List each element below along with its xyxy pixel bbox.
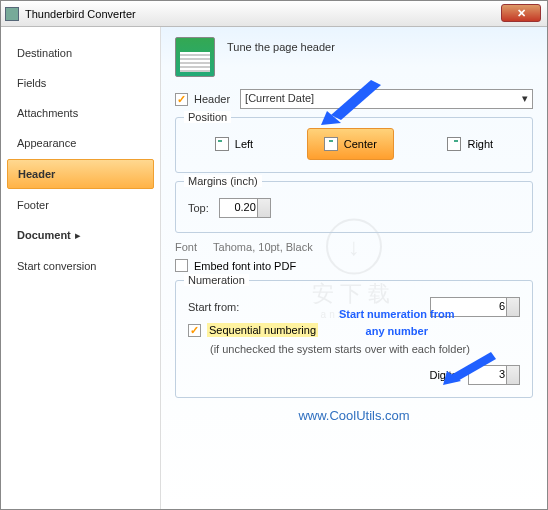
chevron-right-icon: ▸ [75,229,81,241]
numeration-fieldset: Numeration Start from: 6 ▲▼ Sequential n… [175,280,533,398]
position-center-button[interactable]: Center [307,128,394,160]
sidebar-item-destination[interactable]: Destination [7,39,154,67]
margins-fieldset: Margins (inch) Top: 0.20 ▲▼ [175,181,533,233]
margins-legend: Margins (inch) [184,175,262,187]
align-right-icon [447,137,461,151]
position-legend: Position [184,111,231,123]
sidebar-label: Fields [17,77,46,89]
app-icon [5,7,19,21]
digits-label: Digits: [429,369,460,381]
sidebar-label: Appearance [17,137,76,149]
footer-link[interactable]: www.CoolUtils.com [175,408,533,423]
content-panel: 安下载 anxz.com Tune the page header Header… [161,27,547,510]
spinner-arrows-icon: ▲▼ [510,366,517,384]
font-label: Font [175,241,197,253]
sidebar-label: Header [18,168,55,180]
sidebar-label: Document [17,229,71,241]
close-button[interactable]: ✕ [501,4,541,22]
margin-top-spinner[interactable]: 0.20 ▲▼ [219,198,271,218]
align-left-icon [215,137,229,151]
position-label: Left [235,138,253,150]
margin-top-label: Top: [188,202,209,214]
tune-label: Tune the page header [227,41,335,53]
embed-font-label: Embed font into PDF [194,260,296,272]
header-checkbox[interactable] [175,93,188,106]
numeration-legend: Numeration [184,274,249,286]
sequential-note: (if unchecked the system starts over wit… [210,343,520,355]
font-value: Tahoma, 10pt, Black [213,241,313,253]
sidebar-item-document[interactable]: Document▸ [7,221,154,250]
sidebar-label: Start conversion [17,260,96,272]
sidebar-item-header[interactable]: Header [7,159,154,189]
sidebar-item-appearance[interactable]: Appearance [7,129,154,157]
align-center-icon [324,137,338,151]
sidebar: Destination Fields Attachments Appearanc… [1,27,161,510]
spinner-value: 0.20 [234,201,255,213]
sequential-checkbox[interactable] [188,324,201,337]
digits-spinner[interactable]: 3 ▲▼ [468,365,520,385]
spinner-arrows-icon: ▲▼ [510,298,517,316]
header-checkbox-label: Header [194,93,230,105]
spinner-value: 3 [499,368,505,380]
sidebar-item-attachments[interactable]: Attachments [7,99,154,127]
spinner-arrows-icon: ▲▼ [261,199,268,217]
sidebar-item-footer[interactable]: Footer [7,191,154,219]
page-header-icon [175,37,215,77]
position-label: Right [467,138,493,150]
position-right-button[interactable]: Right [431,129,509,159]
sidebar-label: Destination [17,47,72,59]
embed-font-checkbox[interactable] [175,259,188,272]
dropdown-value: [Current Date] [245,92,314,104]
position-label: Center [344,138,377,150]
spinner-value: 6 [499,300,505,312]
sidebar-item-start-conversion[interactable]: Start conversion [7,252,154,280]
window-title: Thunderbird Converter [25,8,136,20]
header-value-dropdown[interactable]: [Current Date] [240,89,533,109]
sidebar-label: Attachments [17,107,78,119]
position-left-button[interactable]: Left [199,129,269,159]
sidebar-label: Footer [17,199,49,211]
start-from-label: Start from: [188,301,239,313]
sidebar-item-fields[interactable]: Fields [7,69,154,97]
annotation-callout: Start numeration fromany number [339,305,455,339]
position-fieldset: Position Left Center Right [175,117,533,173]
sequential-label: Sequential numbering [207,323,318,337]
